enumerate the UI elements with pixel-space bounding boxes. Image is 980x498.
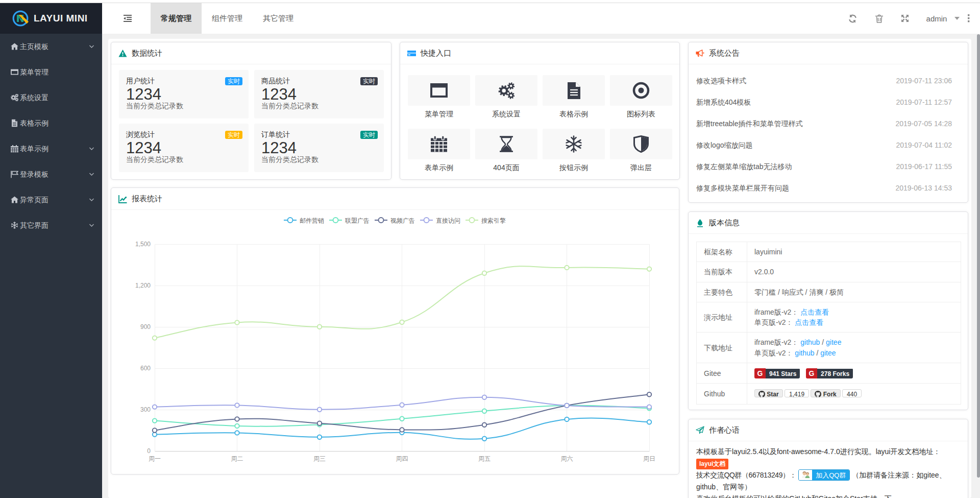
svg-text:周四: 周四 [396,455,408,462]
svg-text:周二: 周二 [231,455,243,462]
svg-text:300: 300 [140,406,151,413]
svg-text:周五: 周五 [478,455,491,462]
svg-text:周六: 周六 [561,455,573,462]
svg-text:联盟广告: 联盟广告 [345,217,370,224]
svg-text:1,200: 1,200 [135,282,151,289]
svg-text:视频广告: 视频广告 [390,217,415,224]
svg-text:600: 600 [140,365,151,372]
svg-text:直接访问: 直接访问 [436,217,460,224]
svg-text:邮件营销: 邮件营销 [300,217,324,224]
svg-text:搜索引擎: 搜索引擎 [481,217,506,224]
svg-text:周一: 周一 [149,455,161,462]
svg-text:1,500: 1,500 [135,241,151,248]
svg-text:0: 0 [147,447,151,455]
svg-text:900: 900 [140,323,151,330]
svg-text:周三: 周三 [313,455,326,462]
svg-text:周日: 周日 [643,455,655,462]
